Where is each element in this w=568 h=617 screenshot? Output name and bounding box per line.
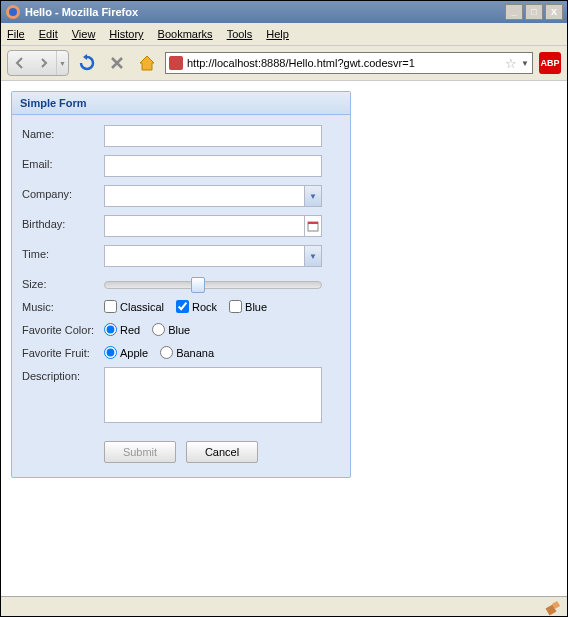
nav-buttons: ▼ — [7, 50, 69, 76]
home-button[interactable] — [135, 51, 159, 75]
company-input[interactable] — [104, 185, 304, 207]
forward-button[interactable] — [32, 51, 56, 75]
radio-banana[interactable] — [160, 346, 173, 359]
menu-history[interactable]: History — [109, 28, 143, 40]
page-content: Simple Form Name: Email: Company: ▼ — [1, 81, 567, 596]
url-bar[interactable]: http://localhost:8888/Hello.html?gwt.cod… — [165, 52, 533, 74]
status-bar — [1, 596, 567, 617]
checkbox-blue[interactable] — [229, 300, 242, 313]
submit-button[interactable]: Submit — [104, 441, 176, 463]
url-text[interactable]: http://localhost:8888/Hello.html?gwt.cod… — [187, 57, 501, 69]
menu-help[interactable]: Help — [266, 28, 289, 40]
music-label: Music: — [22, 298, 104, 313]
name-label: Name: — [22, 125, 104, 140]
rock-label: Rock — [192, 301, 217, 313]
firefox-icon — [5, 4, 21, 20]
window-title: Hello - Mozilla Firefox — [25, 6, 505, 18]
favcolor-label: Favorite Color: — [22, 321, 104, 336]
stop-button[interactable] — [105, 51, 129, 75]
classical-label: Classical — [120, 301, 164, 313]
description-label: Description: — [22, 367, 104, 382]
back-button[interactable] — [8, 51, 32, 75]
url-dropdown-icon[interactable]: ▼ — [521, 59, 529, 68]
window-controls: _ □ X — [505, 4, 563, 20]
time-label: Time: — [22, 245, 104, 260]
menu-file[interactable]: File — [7, 28, 25, 40]
size-slider[interactable] — [104, 281, 322, 289]
checkbox-rock[interactable] — [176, 300, 189, 313]
browser-toolbar: ▼ http://localhost:8888/Hello.html?gwt.c… — [1, 45, 567, 81]
birthday-input[interactable] — [104, 215, 304, 237]
size-label: Size: — [22, 275, 104, 290]
calendar-icon[interactable] — [304, 215, 322, 237]
music-blue-checkbox[interactable]: Blue — [229, 300, 267, 313]
maximize-button[interactable]: □ — [525, 4, 543, 20]
name-input[interactable] — [104, 125, 322, 147]
fruit-apple-radio[interactable]: Apple — [104, 346, 148, 359]
site-icon — [169, 56, 183, 70]
company-combo[interactable]: ▼ — [104, 185, 322, 207]
abp-icon[interactable]: ABP — [539, 52, 561, 74]
birthday-label: Birthday: — [22, 215, 104, 230]
slider-thumb[interactable] — [191, 277, 205, 293]
apple-label: Apple — [120, 347, 148, 359]
menu-view[interactable]: View — [72, 28, 96, 40]
favfruit-label: Favorite Fruit: — [22, 344, 104, 359]
checkbox-classical[interactable] — [104, 300, 117, 313]
music-rock-checkbox[interactable]: Rock — [176, 300, 217, 313]
red-label: Red — [120, 324, 140, 336]
radio-apple[interactable] — [104, 346, 117, 359]
svg-point-1 — [9, 8, 17, 16]
company-label: Company: — [22, 185, 104, 200]
reload-button[interactable] — [75, 51, 99, 75]
panel-title: Simple Form — [12, 92, 350, 115]
description-textarea[interactable] — [104, 367, 322, 423]
blue-label: Blue — [245, 301, 267, 313]
menu-bookmarks[interactable]: Bookmarks — [158, 28, 213, 40]
plugin-icon[interactable] — [545, 600, 561, 616]
cancel-button[interactable]: Cancel — [186, 441, 258, 463]
email-input[interactable] — [104, 155, 322, 177]
nav-history-dropdown[interactable]: ▼ — [56, 51, 68, 75]
chevron-down-icon[interactable]: ▼ — [304, 245, 322, 267]
time-combo[interactable]: ▼ — [104, 245, 322, 267]
radio-red[interactable] — [104, 323, 117, 336]
banana-label: Banana — [176, 347, 214, 359]
chevron-down-icon[interactable]: ▼ — [304, 185, 322, 207]
birthday-field[interactable] — [104, 215, 322, 237]
form-body: Name: Email: Company: ▼ Birthday: — [12, 115, 350, 477]
color-blue-radio[interactable]: Blue — [152, 323, 190, 336]
blue-color-label: Blue — [168, 324, 190, 336]
menu-tools[interactable]: Tools — [227, 28, 253, 40]
radio-blue[interactable] — [152, 323, 165, 336]
menu-bar: File Edit View History Bookmarks Tools H… — [1, 23, 567, 45]
simple-form-panel: Simple Form Name: Email: Company: ▼ — [11, 91, 351, 478]
color-red-radio[interactable]: Red — [104, 323, 140, 336]
menu-edit[interactable]: Edit — [39, 28, 58, 40]
bookmark-star-icon[interactable]: ☆ — [505, 56, 517, 71]
svg-rect-3 — [308, 222, 318, 224]
email-label: Email: — [22, 155, 104, 170]
minimize-button[interactable]: _ — [505, 4, 523, 20]
window-titlebar: Hello - Mozilla Firefox _ □ X — [1, 1, 567, 23]
time-input[interactable] — [104, 245, 304, 267]
music-classical-checkbox[interactable]: Classical — [104, 300, 164, 313]
close-button[interactable]: X — [545, 4, 563, 20]
fruit-banana-radio[interactable]: Banana — [160, 346, 214, 359]
